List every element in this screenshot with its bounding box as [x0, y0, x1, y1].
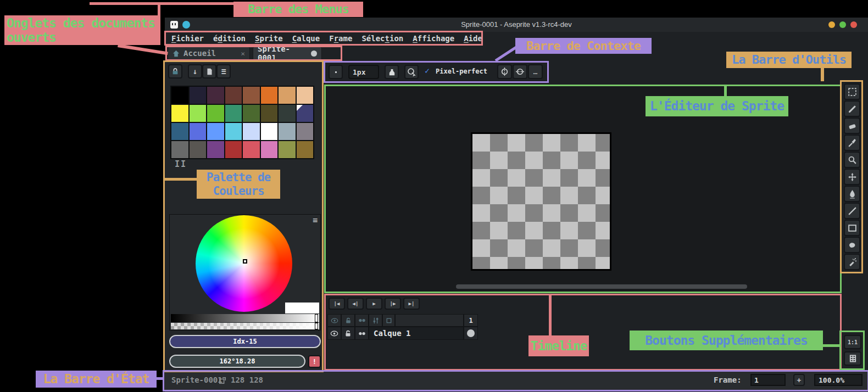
header-cel-toggle[interactable] — [382, 314, 395, 327]
palette-swatch-19[interactable] — [225, 123, 242, 140]
play-button[interactable]: ▶ — [366, 298, 382, 310]
rectangle-tool-button[interactable] — [844, 220, 860, 236]
symmetry-vertical-button[interactable] — [497, 64, 512, 79]
palette-swatch-14[interactable] — [279, 105, 296, 122]
prev-frame-button[interactable]: ◀| — [347, 298, 364, 310]
palette-swatch-9[interactable] — [190, 105, 207, 122]
layer-continuous-toggle[interactable] — [355, 327, 369, 340]
zoom-level-field[interactable]: 100.0% — [814, 374, 863, 386]
maximize-button[interactable] — [839, 21, 846, 28]
palette-swatch-22[interactable] — [279, 123, 296, 140]
ink-type-button[interactable] — [385, 65, 399, 79]
menu-item-affichage[interactable]: Affichage — [413, 34, 454, 43]
palette-swatch-5[interactable] — [261, 87, 278, 104]
palette-swatch-13[interactable] — [261, 105, 278, 122]
palette-options-button[interactable]: ≡ — [216, 64, 231, 79]
palette-swatch-18[interactable] — [207, 123, 224, 140]
minimize-button[interactable] — [828, 21, 835, 28]
palette-swatch-1[interactable] — [190, 87, 207, 104]
zoom-tool-button[interactable] — [844, 152, 860, 168]
jumble-tool-button[interactable] — [844, 254, 860, 270]
header-visibility-toggle[interactable] — [327, 314, 341, 327]
tab-home[interactable]: Accueil × — [168, 47, 250, 60]
palette-swatch-12[interactable] — [243, 105, 260, 122]
value-slider[interactable] — [171, 314, 319, 322]
symmetry-options-button[interactable]: … — [528, 64, 543, 79]
palette-swatch-27[interactable] — [225, 141, 242, 158]
line-tool-button[interactable] — [844, 203, 860, 219]
wheel-options-icon[interactable]: ≡ — [313, 215, 318, 225]
palette-swatch-21[interactable] — [261, 123, 278, 140]
header-onion-skin-toggle[interactable] — [355, 314, 369, 327]
palette-swatch-4[interactable] — [243, 87, 260, 104]
layer-visibility-toggle[interactable] — [327, 327, 341, 340]
palette-swatch-30[interactable] — [279, 141, 296, 158]
color-value-field[interactable]: 162°18.28 — [169, 355, 305, 368]
header-timeline-options[interactable] — [369, 314, 382, 327]
layer-lock-toggle[interactable] — [341, 327, 355, 340]
pixel-perfect-label[interactable]: Pixel-perfect — [436, 68, 487, 75]
palette-swatch-23[interactable] — [297, 123, 314, 140]
palette-swatch-7[interactable] — [297, 87, 314, 104]
eyedropper-tool-button[interactable] — [844, 135, 860, 151]
palette-swatch-31[interactable] — [297, 141, 314, 158]
marquee-tool-button[interactable] — [844, 83, 860, 100]
menu-item-édition[interactable]: édition — [213, 34, 246, 43]
eraser-tool-button[interactable] — [844, 117, 860, 134]
first-frame-button[interactable]: |◀ — [329, 298, 345, 310]
alpha-slider[interactable] — [171, 323, 319, 329]
pencil-tool-button[interactable] — [844, 100, 860, 117]
symmetry-horizontal-button[interactable] — [513, 64, 527, 79]
palette-swatch-28[interactable] — [243, 141, 260, 158]
palette-resize-handle[interactable]: II — [175, 159, 187, 169]
frame-number-input[interactable]: 1 — [750, 374, 786, 386]
sprite-canvas[interactable] — [471, 132, 611, 271]
cel-frame-1[interactable] — [464, 327, 478, 340]
frame-1-header[interactable]: 1 — [464, 314, 478, 327]
palette-presets-button[interactable] — [202, 64, 216, 79]
alpha-slider-handle[interactable] — [315, 323, 318, 329]
palette-swatch-25[interactable] — [190, 141, 207, 158]
palette-swatch-0[interactable] — [171, 87, 188, 104]
palette-swatch-17[interactable] — [190, 123, 207, 140]
dynamics-button[interactable] — [404, 65, 419, 79]
menu-item-fichier[interactable]: Fichier — [171, 34, 204, 43]
value-slider-handle[interactable] — [315, 314, 318, 322]
palette-swatch-2[interactable] — [207, 87, 224, 104]
palette-swatch-26[interactable] — [207, 141, 224, 158]
fg-color-button[interactable]: Idx-15 — [169, 335, 321, 348]
timeline-toggle-button[interactable] — [844, 351, 861, 366]
palette-swatch-24[interactable] — [171, 141, 188, 158]
palette-swatch-20[interactable] — [243, 123, 260, 140]
zoom-1-1-button[interactable]: 1:1 — [844, 335, 861, 349]
palette-swatch-8[interactable] — [171, 105, 188, 122]
palette-swatch-3[interactable] — [225, 87, 242, 104]
next-frame-button[interactable]: |▶ — [385, 298, 401, 310]
palette-swatch-6[interactable] — [279, 87, 296, 104]
editor-horizontal-scrollbar[interactable] — [456, 284, 747, 289]
palette-swatch-29[interactable] — [261, 141, 278, 158]
menu-item-frame[interactable]: Frame — [329, 34, 352, 43]
contour-tool-button[interactable] — [844, 237, 860, 253]
brush-size-field[interactable]: 1px — [348, 65, 379, 79]
close-window-button[interactable] — [850, 21, 857, 28]
layer-name[interactable]: Calque 1 — [369, 327, 464, 340]
palette-sort-button[interactable]: ↓ — [188, 64, 202, 79]
color-warning-button[interactable]: ! — [308, 355, 321, 368]
tab-sprite-0001[interactable]: Sprite-0001 — [253, 47, 322, 60]
pixel-perfect-checkbox[interactable]: ✓ — [425, 66, 430, 76]
tab-close-icon[interactable]: × — [241, 49, 245, 58]
header-lock-toggle[interactable] — [341, 314, 355, 327]
color-wheel[interactable] — [196, 215, 292, 312]
menu-item-sprite[interactable]: Sprite — [255, 34, 283, 43]
palette-swatch-16[interactable] — [171, 123, 188, 140]
move-tool-button[interactable] — [844, 169, 860, 185]
menu-item-aide[interactable]: Aide — [464, 34, 482, 43]
menu-item-sélection[interactable]: Sélection — [361, 34, 403, 43]
palette-swatch-11[interactable] — [225, 105, 242, 122]
edit-palette-lock-button[interactable] — [168, 64, 182, 79]
palette-swatch-15[interactable] — [297, 105, 314, 122]
palette-swatch-10[interactable] — [207, 105, 224, 122]
add-frame-button[interactable]: + — [793, 374, 805, 386]
last-frame-button[interactable]: ▶| — [403, 298, 420, 310]
